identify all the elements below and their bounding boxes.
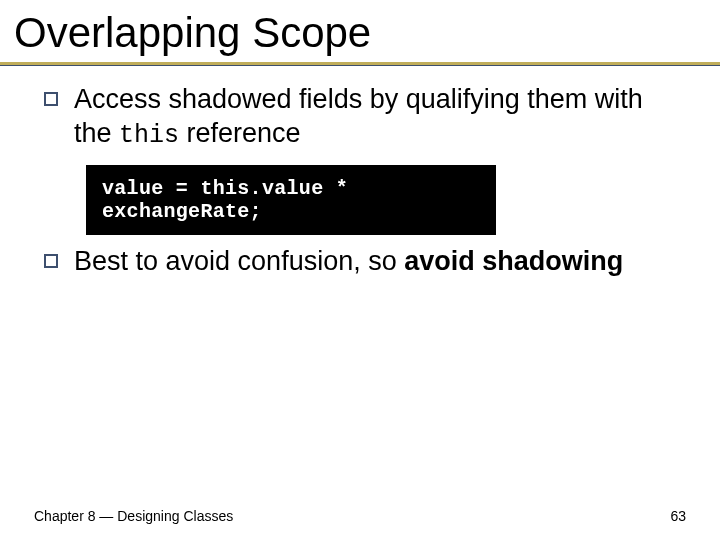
code-block: value = this.value * exchangeRate; xyxy=(86,165,496,235)
square-bullet-icon xyxy=(44,92,58,106)
footer-page-number: 63 xyxy=(670,508,686,524)
code-keyword: this xyxy=(119,121,179,150)
title-underline xyxy=(0,62,720,65)
square-bullet-icon xyxy=(44,254,58,268)
bullet-prefix: Best to avoid confusion, so xyxy=(74,246,404,276)
slide-title: Overlapping Scope xyxy=(0,0,720,62)
slide: Overlapping Scope Access shadowed fields… xyxy=(0,0,720,540)
bullet-item: Access shadowed fields by qualifying the… xyxy=(44,83,686,151)
bullet-suffix: reference xyxy=(179,118,301,148)
footer-left: Chapter 8 — Designing Classes xyxy=(34,508,233,524)
bullet-text: Access shadowed fields by qualifying the… xyxy=(74,83,686,151)
bullet-emphasis: avoid shadowing xyxy=(404,246,623,276)
slide-content: Access shadowed fields by qualifying the… xyxy=(0,83,720,279)
bullet-text: Best to avoid confusion, so avoid shadow… xyxy=(74,245,623,279)
slide-footer: Chapter 8 — Designing Classes 63 xyxy=(34,508,686,524)
bullet-item: Best to avoid confusion, so avoid shadow… xyxy=(44,245,686,279)
